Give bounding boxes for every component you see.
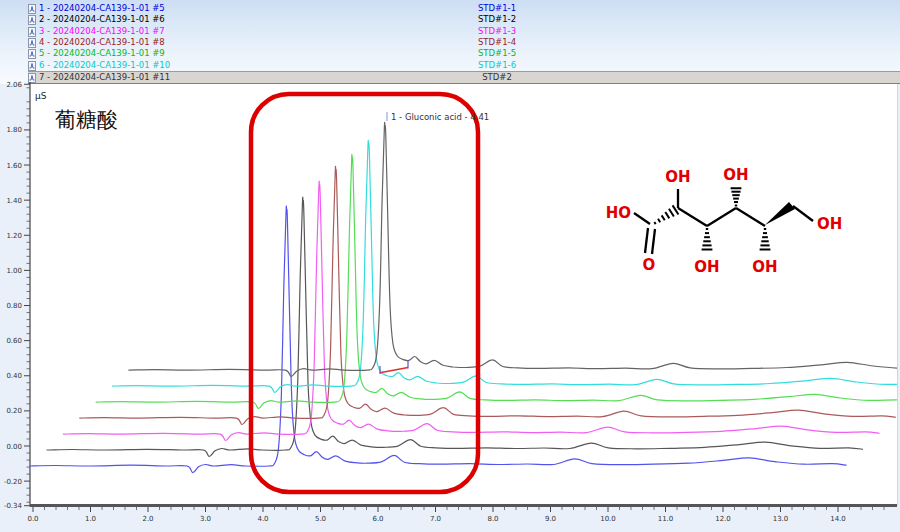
hashed-wedge-bond [658,219,660,222]
gluconic-acid-structure: HOOOHOHOHOHOH [598,152,893,282]
svg-text:5.0: 5.0 [315,515,326,523]
svg-text:14.0: 14.0 [830,515,846,523]
svg-text:11.0: 11.0 [658,515,674,523]
svg-text:10.0: 10.0 [600,515,616,523]
svg-text:3.0: 3.0 [200,515,211,523]
svg-text:12.0: 12.0 [715,515,731,523]
hashed-wedge-bond [654,222,655,224]
bond [707,208,736,226]
svg-text:0.20: 0.20 [6,407,22,415]
svg-text:8.0: 8.0 [487,515,498,523]
bond [634,213,650,224]
y-unit-label: µS [35,91,47,101]
annotation-text: 葡糖酸 [55,108,118,132]
solid-wedge-bond [765,202,795,225]
svg-text:-0.34: -0.34 [4,502,23,510]
svg-text:1.0: 1.0 [85,515,96,523]
svg-text:1.00: 1.00 [6,267,22,275]
svg-text:6.0: 6.0 [372,515,383,523]
atom-label: O [643,256,656,274]
hashed-wedge-bond [662,215,665,220]
atom-label: OH [665,168,690,186]
bond [652,229,655,254]
svg-text:13.0: 13.0 [773,515,789,523]
chromatography-software-window: 1 - 20240204-CA139-1-01 #5STD#1-12 - 202… [0,0,900,532]
atom-label: HO [606,204,631,222]
svg-text:0.00: 0.00 [6,443,22,451]
atom-label: OH [723,166,748,184]
bond [645,228,648,253]
bond [793,206,813,221]
svg-text:0.0: 0.0 [27,515,38,523]
hashed-wedge-bond [669,209,674,217]
bond [678,208,707,226]
svg-text:0.40: 0.40 [6,372,22,380]
atom-label: OH [752,258,777,276]
svg-text:4.0: 4.0 [257,515,268,523]
svg-text:0.80: 0.80 [6,302,22,310]
svg-text:7.0: 7.0 [430,515,441,523]
svg-text:2.06: 2.06 [6,81,22,89]
bond [736,208,765,226]
svg-text:1.80: 1.80 [6,126,22,134]
atom-label: OH [817,215,842,233]
svg-text:1.40: 1.40 [6,197,22,205]
svg-text:1.60: 1.60 [6,162,22,170]
svg-text:2.0: 2.0 [142,515,153,523]
svg-text:9.0: 9.0 [545,515,556,523]
atom-label: OH [694,258,719,276]
hashed-wedge-bond [665,212,669,218]
svg-text:0.60: 0.60 [6,337,22,345]
svg-text:1.20: 1.20 [6,232,22,240]
svg-text:-0.20: -0.20 [4,478,22,486]
peak-label: 1 - Gluconic acid - 4.41 [391,112,489,122]
